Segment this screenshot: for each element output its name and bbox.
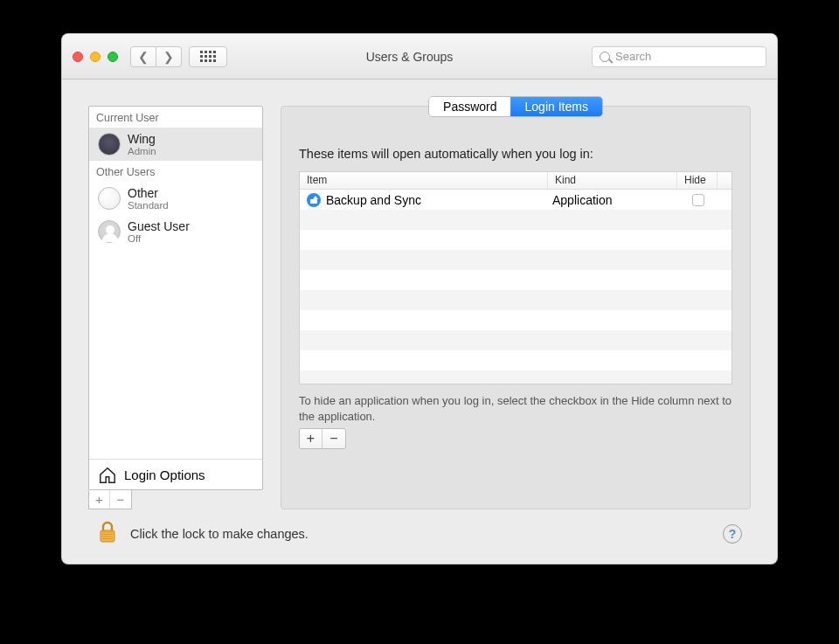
avatar-icon [98, 220, 121, 243]
login-items-table: Item Kind Hide Backup and Sync Applicati… [299, 171, 732, 384]
chevron-left-icon: ❮ [138, 50, 149, 64]
user-name: Guest User [128, 219, 190, 233]
search-icon [600, 52, 610, 62]
sidebar-user-current[interactable]: Wing Admin [89, 128, 262, 161]
lock-icon[interactable] [97, 520, 118, 548]
user-role: Admin [128, 146, 156, 156]
avatar-icon [98, 133, 121, 156]
avatar-icon [98, 187, 121, 210]
help-icon: ? [729, 527, 737, 541]
intro-text: These items will open automatically when… [299, 147, 593, 161]
user-name: Wing [128, 132, 156, 146]
hide-checkbox[interactable] [692, 194, 704, 206]
minimize-button[interactable] [90, 52, 101, 62]
grid-icon [200, 51, 216, 62]
zoom-button[interactable] [107, 52, 118, 62]
col-item[interactable]: Item [300, 172, 548, 189]
sidebar-add-remove: + − [88, 490, 132, 509]
footer: Click the lock to make changes. ? [97, 520, 742, 548]
sidebar-user-other[interactable]: Other Standard [89, 182, 262, 215]
add-user-button[interactable]: + [89, 490, 110, 509]
window-controls [73, 52, 118, 62]
tab-bar: Password Login Items [428, 96, 603, 117]
show-all-button[interactable] [189, 46, 227, 67]
close-button[interactable] [73, 52, 83, 62]
user-role: Standard [128, 200, 169, 211]
remove-item-button[interactable]: − [322, 429, 345, 448]
nav-segment: ❮ ❯ [130, 46, 182, 67]
search-field[interactable]: Search [592, 46, 766, 67]
help-button[interactable]: ? [723, 524, 742, 544]
col-pad [718, 172, 732, 189]
main-panel: Password Login Items These items will op… [281, 106, 751, 509]
col-hide[interactable]: Hide [677, 172, 718, 189]
login-options-row[interactable]: Login Options [89, 459, 262, 489]
window: ❮ ❯ Users & Groups Search Current User W… [61, 33, 778, 564]
item-add-remove: + − [299, 428, 346, 449]
user-name: Other [128, 186, 169, 200]
table-row [300, 370, 732, 384]
table-row [300, 250, 732, 270]
table-body: Backup and Sync Application [300, 190, 732, 384]
table-header: Item Kind Hide [300, 172, 732, 190]
item-name: Backup and Sync [326, 193, 421, 207]
sidebar-user-guest[interactable]: Guest User Off [89, 215, 262, 248]
chevron-right-icon: ❯ [163, 50, 174, 64]
back-button[interactable]: ❮ [130, 46, 156, 67]
table-row [300, 290, 732, 310]
search-placeholder: Search [615, 50, 651, 63]
hint-text: To hide an application when you log in, … [299, 393, 732, 424]
remove-user-button[interactable]: − [110, 490, 131, 509]
table-row [300, 330, 732, 350]
cloud-upload-icon [307, 193, 321, 207]
toolbar: ❮ ❯ Users & Groups Search [62, 34, 777, 80]
item-kind: Application [549, 193, 678, 207]
tab-login-items[interactable]: Login Items [511, 97, 602, 116]
table-row [300, 310, 732, 330]
table-row[interactable]: Backup and Sync Application [300, 190, 732, 210]
house-icon [98, 467, 115, 482]
current-user-label: Current User [89, 107, 262, 128]
user-role: Off [128, 233, 190, 244]
forward-button[interactable]: ❯ [156, 46, 182, 67]
table-row [300, 350, 732, 370]
table-row [300, 230, 732, 250]
other-users-label: Other Users [89, 161, 262, 182]
table-row [300, 270, 732, 290]
tab-password[interactable]: Password [429, 97, 510, 116]
users-sidebar: Current User Wing Admin Other Users Othe… [88, 106, 263, 490]
add-item-button[interactable]: + [300, 429, 322, 448]
table-row [300, 210, 732, 230]
window-title: Users & Groups [234, 50, 585, 64]
col-kind[interactable]: Kind [548, 172, 677, 189]
login-options-label: Login Options [124, 467, 205, 482]
lock-text: Click the lock to make changes. [130, 527, 309, 541]
